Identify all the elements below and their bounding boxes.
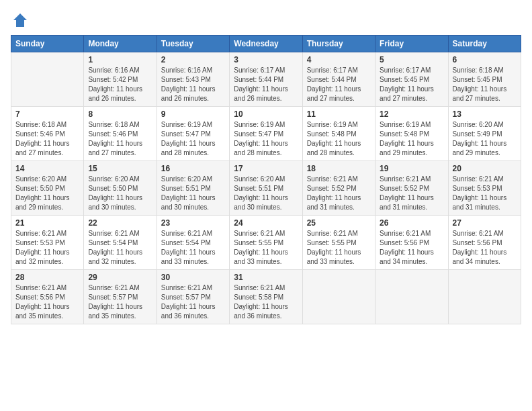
day-number: 14 bbox=[15, 164, 79, 173]
calendar-week-4: 21Sunrise: 6:21 AMSunset: 5:53 PMDayligh… bbox=[11, 216, 521, 270]
day-info: Sunrise: 6:21 AMSunset: 5:58 PMDaylight:… bbox=[234, 283, 298, 321]
day-number: 23 bbox=[161, 218, 225, 228]
calendar-cell bbox=[11, 52, 84, 107]
calendar-cell: 8Sunrise: 6:18 AMSunset: 5:46 PMDaylight… bbox=[84, 107, 157, 161]
day-number: 15 bbox=[88, 164, 152, 173]
day-number: 13 bbox=[453, 109, 517, 119]
calendar-cell: 2Sunrise: 6:16 AMSunset: 5:43 PMDaylight… bbox=[157, 52, 229, 107]
day-info: Sunrise: 6:16 AMSunset: 5:43 PMDaylight:… bbox=[161, 66, 225, 103]
day-number: 25 bbox=[307, 218, 371, 228]
calendar-cell: 3Sunrise: 6:17 AMSunset: 5:44 PMDaylight… bbox=[230, 52, 302, 107]
calendar-cell: 16Sunrise: 6:20 AMSunset: 5:51 PMDayligh… bbox=[157, 161, 229, 216]
day-number: 26 bbox=[380, 218, 443, 228]
calendar-cell: 28Sunrise: 6:21 AMSunset: 5:56 PMDayligh… bbox=[11, 270, 84, 324]
day-number: 16 bbox=[161, 164, 225, 173]
day-info: Sunrise: 6:18 AMSunset: 5:46 PMDaylight:… bbox=[15, 120, 79, 158]
calendar-cell bbox=[375, 270, 448, 324]
day-info: Sunrise: 6:18 AMSunset: 5:45 PMDaylight:… bbox=[453, 66, 517, 103]
day-info: Sunrise: 6:21 AMSunset: 5:53 PMDaylight:… bbox=[15, 229, 79, 267]
calendar-cell: 1Sunrise: 6:16 AMSunset: 5:42 PMDaylight… bbox=[84, 52, 157, 107]
day-number: 8 bbox=[88, 109, 152, 119]
day-number: 18 bbox=[307, 164, 371, 173]
weekday-header-saturday: Saturday bbox=[448, 36, 521, 52]
day-info: Sunrise: 6:21 AMSunset: 5:56 PMDaylight:… bbox=[453, 229, 517, 267]
day-info: Sunrise: 6:21 AMSunset: 5:52 PMDaylight:… bbox=[307, 175, 371, 212]
weekday-header-thursday: Thursday bbox=[302, 36, 375, 52]
day-number: 3 bbox=[234, 55, 298, 64]
day-info: Sunrise: 6:21 AMSunset: 5:53 PMDaylight:… bbox=[453, 175, 517, 212]
day-info: Sunrise: 6:21 AMSunset: 5:55 PMDaylight:… bbox=[234, 229, 298, 267]
day-number: 28 bbox=[15, 273, 79, 282]
calendar-cell: 12Sunrise: 6:19 AMSunset: 5:48 PMDayligh… bbox=[375, 107, 448, 161]
day-number: 22 bbox=[88, 218, 152, 228]
calendar-cell: 31Sunrise: 6:21 AMSunset: 5:58 PMDayligh… bbox=[230, 270, 302, 324]
day-info: Sunrise: 6:20 AMSunset: 5:50 PMDaylight:… bbox=[88, 175, 152, 212]
calendar-cell: 23Sunrise: 6:21 AMSunset: 5:54 PMDayligh… bbox=[157, 216, 229, 270]
calendar-cell bbox=[302, 270, 375, 324]
day-info: Sunrise: 6:21 AMSunset: 5:57 PMDaylight:… bbox=[161, 283, 225, 321]
logo-icon bbox=[11, 11, 30, 30]
day-info: Sunrise: 6:19 AMSunset: 5:48 PMDaylight:… bbox=[380, 120, 443, 158]
day-info: Sunrise: 6:20 AMSunset: 5:51 PMDaylight:… bbox=[234, 175, 298, 212]
day-info: Sunrise: 6:21 AMSunset: 5:55 PMDaylight:… bbox=[307, 229, 371, 267]
day-number: 9 bbox=[161, 109, 225, 119]
calendar-header-row: SundayMondayTuesdayWednesdayThursdayFrid… bbox=[11, 36, 521, 52]
calendar-cell: 14Sunrise: 6:20 AMSunset: 5:50 PMDayligh… bbox=[11, 161, 84, 216]
day-info: Sunrise: 6:20 AMSunset: 5:51 PMDaylight:… bbox=[161, 175, 225, 212]
calendar-cell: 18Sunrise: 6:21 AMSunset: 5:52 PMDayligh… bbox=[302, 161, 375, 216]
day-number: 7 bbox=[15, 109, 79, 119]
day-info: Sunrise: 6:19 AMSunset: 5:47 PMDaylight:… bbox=[161, 120, 225, 158]
weekday-header-tuesday: Tuesday bbox=[157, 36, 229, 52]
calendar-cell: 24Sunrise: 6:21 AMSunset: 5:55 PMDayligh… bbox=[230, 216, 302, 270]
day-number: 20 bbox=[453, 164, 517, 173]
calendar-cell: 7Sunrise: 6:18 AMSunset: 5:46 PMDaylight… bbox=[11, 107, 84, 161]
day-number: 27 bbox=[453, 218, 517, 228]
day-info: Sunrise: 6:17 AMSunset: 5:44 PMDaylight:… bbox=[307, 66, 371, 103]
day-info: Sunrise: 6:21 AMSunset: 5:52 PMDaylight:… bbox=[380, 175, 443, 212]
day-number: 11 bbox=[307, 109, 371, 119]
day-number: 24 bbox=[234, 218, 298, 228]
day-info: Sunrise: 6:20 AMSunset: 5:50 PMDaylight:… bbox=[15, 175, 79, 212]
calendar-table: SundayMondayTuesdayWednesdayThursdayFrid… bbox=[11, 35, 521, 324]
day-number: 10 bbox=[234, 109, 298, 119]
day-info: Sunrise: 6:18 AMSunset: 5:46 PMDaylight:… bbox=[88, 120, 152, 158]
logo bbox=[11, 11, 32, 30]
calendar-week-3: 14Sunrise: 6:20 AMSunset: 5:50 PMDayligh… bbox=[11, 161, 521, 216]
calendar-cell: 21Sunrise: 6:21 AMSunset: 5:53 PMDayligh… bbox=[11, 216, 84, 270]
page-header bbox=[11, 11, 521, 30]
day-info: Sunrise: 6:19 AMSunset: 5:48 PMDaylight:… bbox=[307, 120, 371, 158]
day-info: Sunrise: 6:21 AMSunset: 5:54 PMDaylight:… bbox=[88, 229, 152, 267]
day-info: Sunrise: 6:19 AMSunset: 5:47 PMDaylight:… bbox=[234, 120, 298, 158]
calendar-cell: 4Sunrise: 6:17 AMSunset: 5:44 PMDaylight… bbox=[302, 52, 375, 107]
calendar-cell bbox=[448, 270, 521, 324]
day-info: Sunrise: 6:21 AMSunset: 5:56 PMDaylight:… bbox=[15, 283, 79, 321]
calendar-cell: 6Sunrise: 6:18 AMSunset: 5:45 PMDaylight… bbox=[448, 52, 521, 107]
calendar-cell: 27Sunrise: 6:21 AMSunset: 5:56 PMDayligh… bbox=[448, 216, 521, 270]
calendar-cell: 11Sunrise: 6:19 AMSunset: 5:48 PMDayligh… bbox=[302, 107, 375, 161]
calendar-cell: 26Sunrise: 6:21 AMSunset: 5:56 PMDayligh… bbox=[375, 216, 448, 270]
day-number: 1 bbox=[88, 55, 152, 64]
day-number: 6 bbox=[453, 55, 517, 64]
calendar-cell: 19Sunrise: 6:21 AMSunset: 5:52 PMDayligh… bbox=[375, 161, 448, 216]
calendar-cell: 22Sunrise: 6:21 AMSunset: 5:54 PMDayligh… bbox=[84, 216, 157, 270]
day-number: 21 bbox=[15, 218, 79, 228]
day-info: Sunrise: 6:17 AMSunset: 5:44 PMDaylight:… bbox=[234, 66, 298, 103]
weekday-header-monday: Monday bbox=[84, 36, 157, 52]
day-info: Sunrise: 6:20 AMSunset: 5:49 PMDaylight:… bbox=[453, 120, 517, 158]
weekday-header-wednesday: Wednesday bbox=[230, 36, 302, 52]
calendar-cell: 5Sunrise: 6:17 AMSunset: 5:45 PMDaylight… bbox=[375, 52, 448, 107]
calendar-cell: 25Sunrise: 6:21 AMSunset: 5:55 PMDayligh… bbox=[302, 216, 375, 270]
calendar-cell: 17Sunrise: 6:20 AMSunset: 5:51 PMDayligh… bbox=[230, 161, 302, 216]
weekday-header-friday: Friday bbox=[375, 36, 448, 52]
day-number: 2 bbox=[161, 55, 225, 64]
day-info: Sunrise: 6:21 AMSunset: 5:54 PMDaylight:… bbox=[161, 229, 225, 267]
calendar-cell: 9Sunrise: 6:19 AMSunset: 5:47 PMDaylight… bbox=[157, 107, 229, 161]
weekday-header-sunday: Sunday bbox=[11, 36, 84, 52]
calendar-week-1: 1Sunrise: 6:16 AMSunset: 5:42 PMDaylight… bbox=[11, 52, 521, 107]
day-number: 12 bbox=[380, 109, 443, 119]
svg-marker-0 bbox=[13, 13, 27, 27]
calendar-cell: 13Sunrise: 6:20 AMSunset: 5:49 PMDayligh… bbox=[448, 107, 521, 161]
day-info: Sunrise: 6:21 AMSunset: 5:57 PMDaylight:… bbox=[88, 283, 152, 321]
day-number: 31 bbox=[234, 273, 298, 282]
day-info: Sunrise: 6:16 AMSunset: 5:42 PMDaylight:… bbox=[88, 66, 152, 103]
